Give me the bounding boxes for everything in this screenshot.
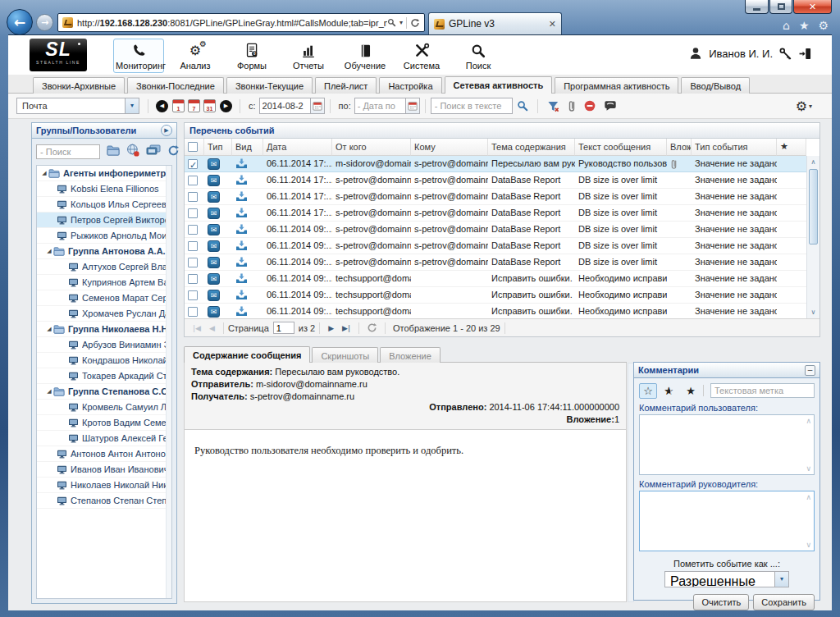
select-all-checkbox-cell[interactable]	[185, 139, 204, 156]
table-row[interactable]: ✉06.11.2014 17:...s-petrov@domainna...s-…	[185, 205, 806, 222]
row-checkbox-cell[interactable]	[185, 189, 204, 204]
collapse-comments-button[interactable]: −	[805, 365, 815, 376]
tab-io[interactable]: Ввод/Вывод	[681, 77, 750, 94]
attachment-filter-icon[interactable]	[568, 99, 576, 112]
row-star-cell[interactable]	[777, 222, 806, 237]
table-row[interactable]: ✉06.11.2014 17:...s-petrov@domainna...s-…	[185, 189, 806, 205]
row-checkbox-cell[interactable]	[185, 304, 204, 318]
browser-tab[interactable]: GPLine v3 ✕	[428, 12, 562, 34]
tree-item-user[interactable]: Иванов Иван Иванович	[37, 462, 171, 478]
tree-item-user[interactable]: Кромвель Самуил Леонардович	[37, 400, 171, 415]
settings-gear-icon[interactable]: ⚙	[818, 19, 829, 32]
row-checkbox-cell[interactable]	[185, 172, 204, 188]
text-tag-input[interactable]	[710, 383, 815, 398]
tree-item-user[interactable]: Семенов Марат Сергеевич	[37, 290, 171, 306]
tab-attachment[interactable]: Вложение	[380, 347, 441, 363]
tree-item-user[interactable]: Арбузов Виниамин Эдуардович	[37, 337, 171, 353]
scroll-down-icon[interactable]: ∨	[806, 541, 811, 549]
refresh-icon[interactable]	[410, 18, 420, 28]
clear-filter-icon[interactable]	[547, 100, 559, 112]
tree-item-user[interactable]: Куприянов Артем Валерьевич	[37, 275, 171, 290]
tree-item-user[interactable]: Степанов Степан Степанович	[37, 493, 171, 509]
table-row[interactable]: ✉06.11.2014 09:...techsupport@domain...И…	[185, 304, 806, 318]
row-checkbox-cell[interactable]	[185, 254, 204, 270]
table-settings-button[interactable]: ⚙ ▾	[796, 98, 812, 114]
row-star-cell[interactable]	[777, 254, 806, 270]
comment-filter-icon[interactable]	[604, 100, 617, 112]
computers-icon[interactable]	[146, 144, 161, 159]
tree-scrollbar[interactable]	[166, 166, 171, 598]
table-row[interactable]: ✉06.11.2014 09:...s-petrov@domainna...s-…	[185, 222, 806, 238]
tab-program-activity[interactable]: Программная активность	[555, 77, 678, 94]
row-checkbox[interactable]	[188, 274, 198, 284]
tree-item-group[interactable]: ◢Группа Антонова А.А.	[37, 244, 171, 259]
nav-item-analysis[interactable]: ⚙⚙Анализ	[170, 39, 221, 73]
nav-item-system[interactable]: Система	[396, 39, 447, 73]
prev-page-button[interactable]: ◀	[209, 324, 215, 332]
row-star-cell[interactable]	[777, 238, 806, 254]
home-icon[interactable]: ⌂	[783, 19, 790, 32]
row-star-cell[interactable]	[777, 156, 806, 171]
chevron-down-icon[interactable]: ▾	[774, 572, 788, 587]
maximize-button[interactable]	[769, 0, 792, 14]
tree-expand-icon[interactable]: ◢	[45, 326, 53, 332]
table-row[interactable]: ✉06.11.2014 09:...s-petrov@domainna...s-…	[185, 238, 806, 254]
tree-item-user[interactable]: Рыжиков Арнольд Моисеевич	[37, 228, 171, 244]
col-kind[interactable]: Вид	[232, 139, 263, 156]
manager-comment-textarea[interactable]: ∧ ∨	[639, 491, 815, 551]
close-button[interactable]: ✕	[793, 0, 832, 14]
tree-item-user[interactable]: Николаев Николай Николаевич	[37, 478, 171, 493]
sidebar-search-input[interactable]	[36, 144, 100, 159]
tree-item-user[interactable]: Петров Сергей Викторович	[37, 213, 171, 228]
table-row[interactable]: ✉06.11.2014 09:...techsupport@domain...И…	[185, 287, 806, 304]
calendar-week-icon[interactable]: 7	[188, 99, 200, 112]
events-scrollbar[interactable]: ∧ ∨	[806, 156, 819, 318]
table-row[interactable]: ✉06.11.2014 17:...m-sidorov@domainn...s-…	[185, 156, 806, 172]
col-text[interactable]: Текст сообщения	[575, 139, 667, 156]
tree-item-user[interactable]: Kobski Elena Fillionos	[37, 181, 171, 197]
row-checkbox[interactable]	[188, 258, 198, 267]
row-checkbox-cell[interactable]	[185, 156, 204, 171]
row-checkbox-cell[interactable]	[185, 205, 204, 221]
col-date[interactable]: Дата	[263, 139, 332, 156]
user-comment-textarea[interactable]: ∧ ∨	[639, 414, 815, 475]
nav-item-forms[interactable]: 0Формы	[226, 39, 277, 73]
row-star-cell[interactable]	[777, 205, 806, 221]
star-full-button[interactable]: ★	[682, 383, 700, 399]
favorites-star-icon[interactable]: ★	[799, 19, 810, 32]
tab-settings[interactable]: Настройка	[379, 77, 441, 94]
col-to[interactable]: Кому	[411, 139, 488, 156]
calendar-month-icon[interactable]: 31	[203, 99, 216, 112]
next-period-button[interactable]: ▶	[220, 100, 232, 112]
block-icon[interactable]	[584, 100, 596, 112]
col-attachment[interactable]: Вложе...	[667, 139, 692, 156]
scroll-down-icon[interactable]: ∨	[807, 306, 819, 318]
tree-item-user[interactable]: Алтухов Сергей Владимирович	[37, 259, 171, 275]
minimize-button[interactable]	[745, 0, 769, 14]
col-type[interactable]: Тип	[204, 139, 232, 156]
tab-calls-current[interactable]: Звонки-Текущие	[226, 77, 313, 94]
search-button[interactable]	[517, 100, 528, 112]
search-icon[interactable]	[387, 18, 396, 27]
next-page-button[interactable]: ▶	[328, 324, 334, 332]
tree-expand-icon[interactable]: ◢	[45, 248, 53, 254]
page-input[interactable]	[273, 322, 294, 334]
tree-expand-icon[interactable]: ◢	[45, 388, 53, 395]
tab-screenshots[interactable]: Скриншоты	[312, 347, 378, 363]
table-row[interactable]: ✉06.11.2014 09:...s-petrov@domainna...s-…	[185, 254, 806, 271]
row-checkbox[interactable]	[188, 241, 198, 251]
row-star-cell[interactable]	[777, 271, 806, 286]
row-checkbox[interactable]	[188, 290, 198, 300]
tab-playlist[interactable]: Плей-лист	[315, 77, 377, 94]
tree-item-user[interactable]: Шатуров Алексей Геннадьевич	[37, 431, 171, 446]
row-checkbox[interactable]	[188, 176, 198, 185]
logout-icon[interactable]	[798, 47, 812, 61]
url-text[interactable]: http://192.168.128.230:8081/GPLine/GPLin…	[77, 18, 387, 28]
tree-item-group[interactable]: ◢Агенты инфопериметр	[37, 166, 171, 181]
row-star-cell[interactable]	[777, 287, 806, 303]
tab-calls-last[interactable]: Звонки-Последние	[127, 77, 224, 94]
tab-network-activity[interactable]: Сетевая активность	[445, 76, 553, 94]
pager-refresh-icon[interactable]	[367, 322, 377, 333]
row-star-cell[interactable]	[777, 304, 806, 318]
row-checkbox-cell[interactable]	[185, 222, 204, 237]
